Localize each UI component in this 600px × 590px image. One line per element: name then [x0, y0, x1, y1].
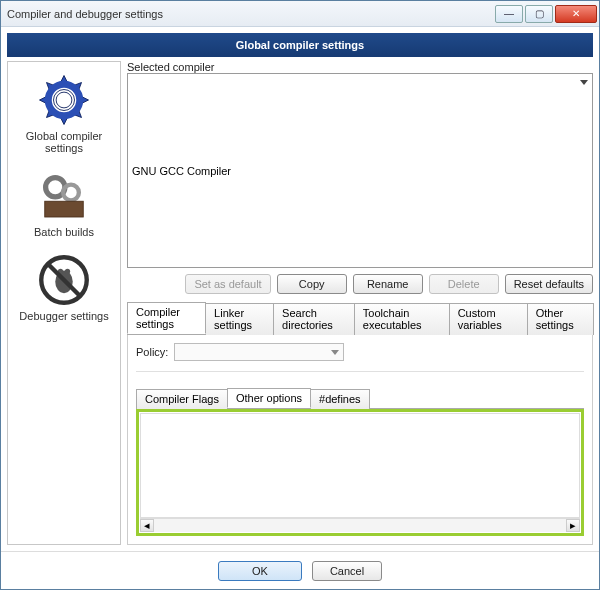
tab-linker-settings[interactable]: Linker settings	[205, 303, 274, 335]
subtab-other-options[interactable]: Other options	[227, 388, 311, 408]
page-title: Global compiler settings	[236, 39, 364, 51]
tab-toolchain-executables[interactable]: Toolchain executables	[354, 303, 450, 335]
selected-compiler-value: GNU GCC Compiler	[132, 165, 231, 177]
gears-box-icon	[36, 168, 92, 224]
horizontal-scrollbar[interactable]: ◂ ▸	[140, 518, 580, 532]
no-bug-icon	[36, 252, 92, 308]
delete-button[interactable]: Delete	[429, 274, 499, 294]
scroll-track[interactable]	[154, 519, 566, 532]
sidebar-item-debugger[interactable]: Debugger settings	[8, 248, 120, 332]
maximize-button[interactable]: ▢	[525, 5, 553, 23]
rename-button[interactable]: Rename	[353, 274, 423, 294]
main-panel: Selected compiler GNU GCC Compiler Set a…	[127, 61, 593, 545]
main-tabs: Compiler settings Linker settings Search…	[127, 302, 593, 335]
subtab-defines[interactable]: #defines	[310, 389, 370, 409]
selected-compiler-combo[interactable]: GNU GCC Compiler	[127, 73, 593, 268]
cancel-button[interactable]: Cancel	[312, 561, 382, 581]
sidebar-item-global-compiler[interactable]: Global compiler settings	[8, 68, 120, 164]
tab-custom-variables[interactable]: Custom variables	[449, 303, 528, 335]
titlebar[interactable]: Compiler and debugger settings — ▢ ✕	[1, 1, 599, 27]
tab-search-directories[interactable]: Search directories	[273, 303, 355, 335]
subtab-compiler-flags[interactable]: Compiler Flags	[136, 389, 228, 409]
other-options-textarea[interactable]	[140, 413, 580, 518]
tab-compiler-settings[interactable]: Compiler settings	[127, 302, 206, 334]
sidebar-item-label: Global compiler settings	[8, 130, 120, 154]
compiler-button-row: Set as default Copy Rename Delete Reset …	[127, 274, 593, 294]
dialog-footer: OK Cancel	[1, 551, 599, 589]
window-controls: — ▢ ✕	[493, 5, 597, 23]
policy-label: Policy:	[136, 346, 168, 358]
sidebar-item-label: Batch builds	[34, 226, 94, 238]
page-title-band: Global compiler settings	[7, 33, 593, 57]
svg-rect-5	[45, 201, 84, 217]
body: Global compiler settings Batch builds	[1, 61, 599, 551]
policy-row: Policy:	[136, 343, 584, 361]
compiler-settings-panel: Policy: Compiler Flags Other options #de…	[127, 335, 593, 545]
ok-button[interactable]: OK	[218, 561, 302, 581]
policy-combo[interactable]	[174, 343, 344, 361]
scroll-right-icon[interactable]: ▸	[566, 519, 580, 532]
tab-other-settings[interactable]: Other settings	[527, 303, 594, 335]
sidebar: Global compiler settings Batch builds	[7, 61, 121, 545]
sidebar-item-label: Debugger settings	[19, 310, 108, 322]
set-default-button[interactable]: Set as default	[185, 274, 270, 294]
window-title: Compiler and debugger settings	[7, 8, 493, 20]
reset-defaults-button[interactable]: Reset defaults	[505, 274, 593, 294]
selected-compiler-label: Selected compiler	[127, 61, 593, 73]
close-button[interactable]: ✕	[555, 5, 597, 23]
separator	[136, 371, 584, 372]
minimize-button[interactable]: —	[495, 5, 523, 23]
gear-icon	[36, 72, 92, 128]
dialog-window: Compiler and debugger settings — ▢ ✕ Glo…	[0, 0, 600, 590]
scroll-left-icon[interactable]: ◂	[140, 519, 154, 532]
sub-tabs: Compiler Flags Other options #defines	[136, 388, 584, 409]
other-options-highlight: ◂ ▸	[136, 409, 584, 536]
sidebar-item-batch-builds[interactable]: Batch builds	[8, 164, 120, 248]
svg-point-9	[65, 269, 70, 274]
svg-point-2	[56, 92, 72, 108]
copy-button[interactable]: Copy	[277, 274, 347, 294]
